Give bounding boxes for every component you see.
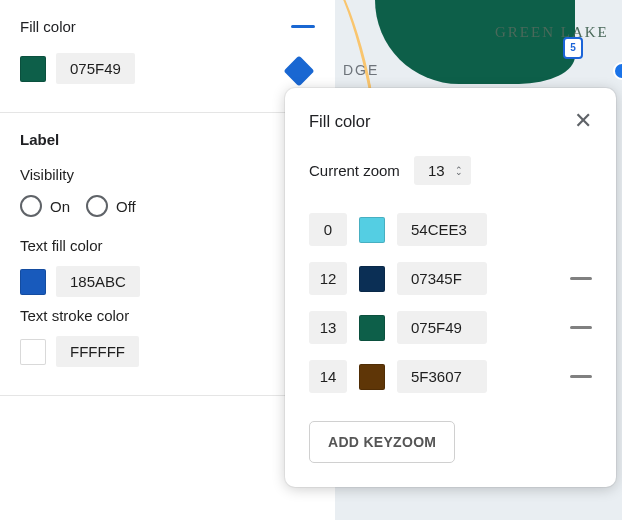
zoom-stop-hex[interactable]: 075F49 (397, 311, 487, 344)
zoom-stop-value[interactable]: 14 (309, 360, 347, 393)
text-fill-label: Text fill color (20, 237, 315, 254)
popover-title: Fill color (309, 112, 370, 131)
remove-stop-icon[interactable] (570, 375, 592, 378)
remove-stop-icon[interactable] (570, 277, 592, 280)
zoom-stop-swatch[interactable] (359, 266, 385, 292)
zoom-stop-swatch[interactable] (359, 364, 385, 390)
zoom-stop-value[interactable]: 12 (309, 262, 347, 295)
map-lake-label: GREEN LAKE (495, 24, 609, 41)
zoom-stop-row: 054CEE3 (309, 213, 592, 246)
radio-icon (20, 195, 42, 217)
zoom-stop-hex[interactable]: 07345F (397, 262, 487, 295)
remove-slot (570, 326, 592, 329)
visibility-radio-group: On Off (20, 195, 315, 217)
radio-on-label: On (50, 198, 70, 215)
zoom-stop-hex[interactable]: 5F3607 (397, 360, 487, 393)
remove-slot (570, 375, 592, 378)
text-fill-hex[interactable]: 185ABC (56, 266, 140, 297)
current-zoom-label: Current zoom (309, 162, 400, 179)
map-poi-marker[interactable] (613, 62, 622, 80)
stepper-arrows-icon[interactable]: ⌃ ⌄ (455, 170, 463, 172)
zoom-value: 13 (428, 162, 445, 179)
highway-shield-icon: 5 (563, 37, 583, 59)
label-section-title: Label (20, 131, 315, 148)
fill-color-popover: Fill color ✕ Current zoom 13 ⌃ ⌄ 054CEE3… (285, 88, 616, 487)
text-stroke-swatch[interactable] (20, 339, 46, 365)
visibility-on[interactable]: On (20, 195, 70, 217)
text-fill-swatch[interactable] (20, 269, 46, 295)
zoom-stop-row: 13075F49 (309, 311, 592, 344)
zoom-stop-value[interactable]: 13 (309, 311, 347, 344)
zoom-stop-row: 145F3607 (309, 360, 592, 393)
radio-off-label: Off (116, 198, 136, 215)
fill-color-label: Fill color (20, 18, 76, 35)
map-feature-polygon (375, 0, 575, 84)
text-stroke-hex[interactable]: FFFFFF (56, 336, 139, 367)
text-stroke-label: Text stroke color (20, 307, 315, 324)
visibility-label: Visibility (20, 166, 315, 183)
zoom-stepper[interactable]: 13 ⌃ ⌄ (414, 156, 471, 185)
zoom-stop-swatch[interactable] (359, 315, 385, 341)
fill-color-swatch[interactable] (20, 56, 46, 82)
close-icon[interactable]: ✕ (574, 110, 592, 132)
remove-slot (570, 277, 592, 280)
remove-stop-icon[interactable] (570, 326, 592, 329)
zoom-stop-hex[interactable]: 54CEE3 (397, 213, 487, 246)
radio-icon (86, 195, 108, 217)
zoom-stop-row: 1207345F (309, 262, 592, 295)
visibility-off[interactable]: Off (86, 195, 136, 217)
map-district-label: DGE (343, 62, 379, 78)
collapse-icon[interactable] (291, 25, 315, 28)
zoom-stop-value[interactable]: 0 (309, 213, 347, 246)
fill-color-hex[interactable]: 075F49 (56, 53, 135, 84)
zoom-stop-swatch[interactable] (359, 217, 385, 243)
add-keyzoom-button[interactable]: ADD KEYZOOM (309, 421, 455, 463)
